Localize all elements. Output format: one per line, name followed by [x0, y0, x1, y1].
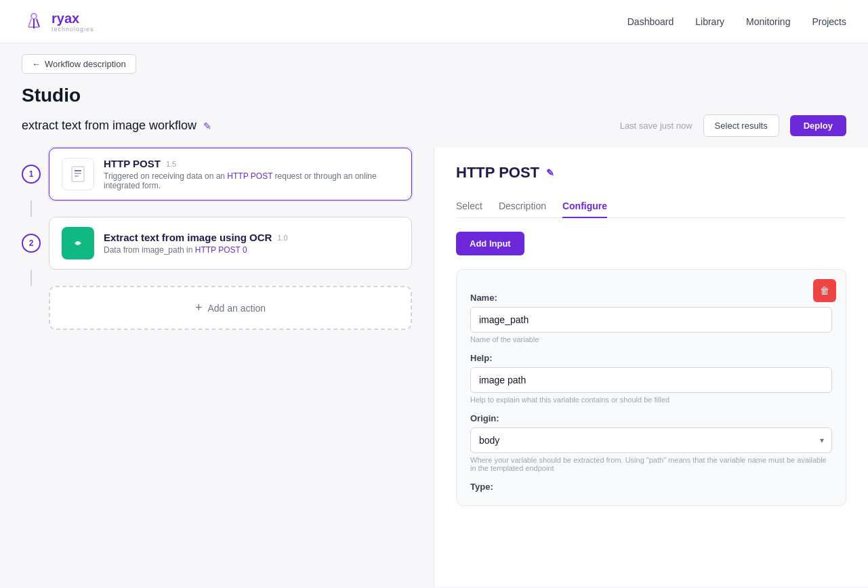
breadcrumb-bar: ← Workflow description	[0, 43, 868, 79]
add-action-box[interactable]: + Add an action	[49, 286, 412, 330]
right-panel: HTTP POST ✎ Select Description Configure…	[434, 148, 868, 587]
add-input-button[interactable]: Add Input	[456, 232, 524, 255]
svg-line-1	[28, 19, 31, 27]
nav-dashboard[interactable]: Dashboard	[627, 16, 674, 27]
right-panel-tabs: Select Description Configure	[456, 195, 846, 218]
left-panel: 1 HTTP POST 1.5	[0, 148, 434, 587]
tab-select[interactable]: Select	[456, 195, 482, 218]
step-version-1: 1.5	[166, 160, 176, 168]
breadcrumb-button[interactable]: ← Workflow description	[22, 54, 136, 74]
main-nav: Dashboard Library Monitoring Projects	[627, 16, 846, 27]
step-row-1: 1 HTTP POST 1.5	[22, 148, 412, 201]
logo: ryax technologies	[22, 9, 94, 34]
step-title-2: Extract text from image using OCR 1.0	[104, 232, 399, 243]
step-icon-box-2	[62, 227, 94, 259]
workflow-name: extract text from image workflow ✎	[22, 119, 211, 133]
deploy-button[interactable]: Deploy	[790, 115, 846, 136]
step-title-1: HTTP POST 1.5	[104, 158, 399, 169]
step-version-2: 1.0	[277, 234, 287, 242]
help-field-input[interactable]	[470, 367, 832, 393]
step-content-1: HTTP POST 1.5 Triggered on receiving dat…	[104, 158, 399, 190]
breadcrumb-label: Workflow description	[45, 59, 126, 69]
workflow-actions: Last save just now Select results Deploy	[620, 114, 846, 137]
help-field-hint: Help to explain what this variable conta…	[470, 396, 832, 404]
back-arrow-icon: ←	[32, 59, 41, 69]
type-field-label: Type:	[470, 482, 832, 492]
delete-icon: 🗑	[820, 285, 829, 296]
tab-configure[interactable]: Configure	[562, 195, 607, 218]
origin-select-wrapper: body path query header ▾	[470, 427, 832, 453]
logo-icon	[22, 9, 46, 34]
nav-library[interactable]: Library	[695, 16, 724, 27]
origin-field-hint: Where your variable should be extracted …	[470, 456, 832, 472]
workflow-title-row: extract text from image workflow ✎ Last …	[0, 109, 868, 148]
input-card: 🗑 Name: Name of the variable Help: Help …	[456, 269, 846, 506]
app-header: ryax technologies Dashboard Library Moni…	[0, 0, 868, 43]
svg-line-2	[37, 19, 39, 27]
tab-description[interactable]: Description	[499, 195, 546, 218]
logo-name: ryax	[51, 11, 94, 26]
ocr-icon	[68, 234, 87, 253]
help-field-label: Help:	[470, 353, 832, 363]
add-action-plus-icon: +	[195, 301, 203, 315]
workflow-name-text: extract text from image workflow	[22, 119, 197, 133]
last-save-text: Last save just now	[620, 121, 693, 131]
name-field-label: Name:	[470, 293, 832, 303]
step-number-1: 1	[22, 165, 41, 184]
select-results-button[interactable]: Select results	[703, 114, 779, 137]
add-action-label: Add an action	[207, 303, 266, 314]
step-connector-1-2	[30, 201, 32, 217]
page-title: Studio	[0, 79, 868, 109]
svg-point-0	[31, 14, 37, 19]
step-card-1[interactable]: HTTP POST 1.5 Triggered on receiving dat…	[49, 148, 412, 201]
svg-rect-5	[72, 167, 84, 182]
main-layout: 1 HTTP POST 1.5	[0, 148, 868, 587]
delete-input-button[interactable]: 🗑	[813, 279, 836, 302]
right-panel-edit-icon[interactable]: ✎	[546, 167, 554, 178]
nav-projects[interactable]: Projects	[812, 16, 846, 27]
step-row-2: 2 Extract text from image using OCR 1.0	[22, 217, 412, 270]
step-connector-2-add	[30, 270, 32, 286]
step-icon-box-1	[62, 158, 94, 190]
logo-sub: technologies	[51, 26, 94, 33]
step-content-2: Extract text from image using OCR 1.0 Da…	[104, 232, 399, 255]
right-panel-title-text: HTTP POST	[456, 164, 539, 182]
nav-monitoring[interactable]: Monitoring	[746, 16, 790, 27]
right-panel-title: HTTP POST ✎	[456, 164, 846, 182]
step-number-2: 2	[22, 234, 41, 253]
step-desc-1: Triggered on receiving data on an HTTP P…	[104, 171, 399, 190]
step-desc-2: Data from image_path in HTTP POST 0	[104, 245, 399, 255]
name-field-input[interactable]	[470, 307, 832, 333]
step-card-2[interactable]: Extract text from image using OCR 1.0 Da…	[49, 217, 412, 270]
workflow-edit-icon[interactable]: ✎	[203, 121, 211, 131]
origin-field-label: Origin:	[470, 413, 832, 423]
http-post-icon	[68, 165, 87, 184]
name-field-hint: Name of the variable	[470, 335, 832, 343]
origin-field-select[interactable]: body path query header	[470, 427, 832, 453]
steps-list: 1 HTTP POST 1.5	[22, 148, 412, 330]
